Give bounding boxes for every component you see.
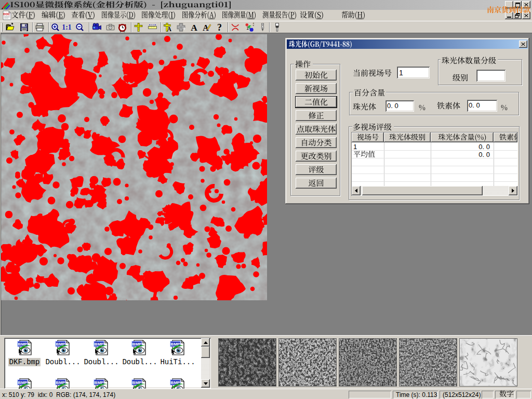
svg-text:?: ? bbox=[217, 22, 222, 32]
svg-text:1: 1 bbox=[246, 25, 249, 31]
svg-text:A: A bbox=[167, 26, 171, 32]
svg-text:3: 3 bbox=[252, 22, 254, 27]
svg-text:1:1: 1:1 bbox=[62, 23, 71, 31]
svg-text:A: A bbox=[191, 22, 197, 32]
svg-text:DOC: DOC bbox=[3, 12, 10, 16]
